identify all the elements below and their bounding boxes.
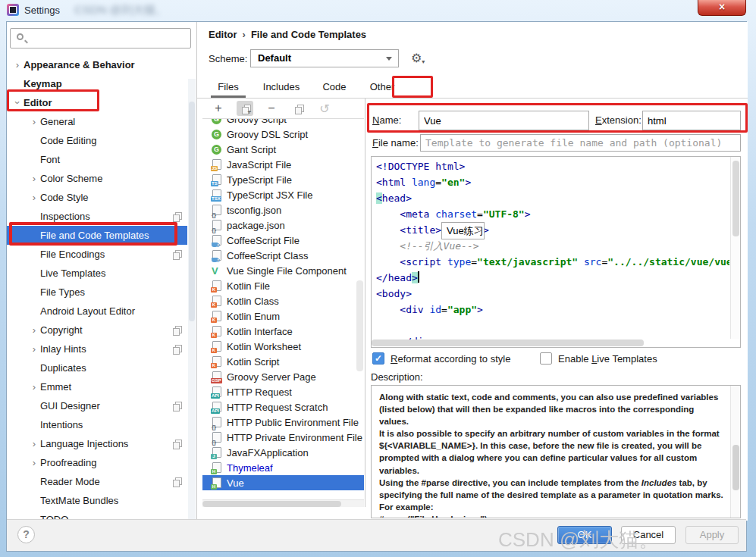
sidebar-item-code-editing[interactable]: Code Editing xyxy=(7,131,187,150)
sidebar-item-code-style[interactable]: ›Code Style xyxy=(7,188,187,207)
reformat-checkbox[interactable]: ✓ xyxy=(372,352,384,365)
scheme-dropdown[interactable]: Default xyxy=(250,49,399,67)
chevron-icon[interactable]: › xyxy=(28,377,40,396)
help-button[interactable]: ? xyxy=(17,526,35,543)
chevron-icon[interactable]: › xyxy=(28,188,40,207)
gear-icon[interactable]: ⚙▾ xyxy=(411,51,425,65)
template-item-groovy-dsl-script[interactable]: GGroovy DSL Script xyxy=(202,127,364,142)
sidebar-item-live-templates[interactable]: Live Templates xyxy=(7,264,187,283)
template-item-package-json[interactable]: {}package.json xyxy=(202,217,364,233)
template-item-coffeescript-file[interactable]: CoffeeScript File xyxy=(202,233,364,248)
tab-other[interactable]: Other xyxy=(359,77,405,98)
sidebar-item-font[interactable]: Font xyxy=(7,150,187,169)
duplicate-button[interactable] xyxy=(290,101,306,116)
duplicate-icon xyxy=(295,105,302,113)
template-item-http-private-environment-file[interactable]: {}HTTP Private Environment File xyxy=(202,430,364,445)
sidebar-item-duplicates[interactable]: Duplicates xyxy=(7,358,187,377)
template-item-kotlin-interface[interactable]: KKotlin Interface xyxy=(202,324,364,339)
chevron-icon[interactable]: › xyxy=(11,55,24,74)
chevron-icon[interactable]: › xyxy=(28,169,40,188)
sidebar-item-android-layout-editor[interactable]: Android Layout Editor xyxy=(7,302,187,321)
vue-file-icon: H xyxy=(212,477,222,489)
extension-input[interactable] xyxy=(642,111,741,130)
sidebar-item-file-encodings[interactable]: File Encodings xyxy=(7,245,187,264)
sidebar-item-editor[interactable]: ›Editor xyxy=(7,93,187,112)
revert-button[interactable]: ↺ xyxy=(316,101,333,116)
filename-input[interactable] xyxy=(420,134,741,152)
sidebar-item-reader-mode[interactable]: Reader Mode xyxy=(7,472,187,491)
sidebar-item-appearance-behavior[interactable]: ›Appearance & Behavior xyxy=(7,55,187,74)
close-button[interactable]: × xyxy=(698,0,746,16)
sidebar-item-file-and-code-templates[interactable]: File and Code Templates xyxy=(7,226,187,245)
cancel-button[interactable]: Cancel xyxy=(621,526,676,544)
chevron-icon[interactable]: › xyxy=(28,434,40,453)
template-item-groovy-server-page[interactable]: GSPGroovy Server Page xyxy=(202,369,364,384)
sidebar: ›Appearance & BehaviorKeymap›Editor›Gene… xyxy=(7,22,196,521)
template-item-javafxapplication[interactable]: JJavaFXApplication xyxy=(202,445,364,460)
sidebar-item-language-injections[interactable]: ›Language Injections xyxy=(7,434,187,453)
template-item-kotlin-script[interactable]: KKotlin Script xyxy=(202,354,364,369)
sidebar-scrollbar[interactable] xyxy=(188,79,196,521)
sidebar-item-label: Keymap xyxy=(24,78,62,89)
sidebar-item-inspections[interactable]: Inspections xyxy=(7,207,187,226)
footer-bar: ? OK Cancel Apply xyxy=(7,519,746,551)
sidebar-item-gui-designer[interactable]: GUI Designer xyxy=(7,396,187,415)
editor-vscrollbar[interactable] xyxy=(730,157,740,339)
chevron-icon[interactable]: › xyxy=(28,340,40,358)
editor-hscrollbar[interactable] xyxy=(372,339,730,347)
sidebar-item-inlay-hints[interactable]: ›Inlay Hints xyxy=(7,340,187,358)
chevron-icon[interactable]: › xyxy=(8,97,27,109)
sidebar-item-color-scheme[interactable]: ›Color Scheme xyxy=(7,169,187,188)
sidebar-item-label: Inlay Hints xyxy=(40,343,86,355)
sidebar-item-label: TextMate Bundles xyxy=(40,495,118,506)
sidebar-item-textmate-bundles[interactable]: TextMate Bundles xyxy=(7,491,187,510)
description-scrollbar[interactable] xyxy=(730,386,740,518)
sidebar-item-copyright[interactable]: ›Copyright xyxy=(7,321,187,340)
settings-search[interactable] xyxy=(10,28,191,49)
template-item-tsconfig-json[interactable]: {}tsconfig.json xyxy=(202,202,364,217)
template-item-http-request[interactable]: APIHTTP Request xyxy=(202,384,364,399)
template-item-vue[interactable]: HVue xyxy=(202,475,364,490)
template-item-kotlin-enum[interactable]: KKotlin Enum xyxy=(202,308,364,324)
template-list-vscrollbar[interactable] xyxy=(356,280,363,371)
tab-files[interactable]: Files xyxy=(206,77,250,98)
template-item-typescript-jsx-file[interactable]: TSXTypeScript JSX File xyxy=(202,187,364,202)
sidebar-item-general[interactable]: ›General xyxy=(7,112,187,131)
tab-code[interactable]: Code xyxy=(312,77,356,98)
template-item-thymeleaf[interactable]: HThymeleaf xyxy=(202,460,364,475)
template-item-kotlin-class[interactable]: KKotlin Class xyxy=(202,293,364,308)
chevron-icon[interactable]: › xyxy=(28,112,40,131)
ok-button[interactable]: OK xyxy=(557,526,612,544)
sidebar-item-proofreading[interactable]: ›Proofreading xyxy=(7,453,187,472)
template-item-coffeescript-class[interactable]: CoffeeScript Class xyxy=(202,248,364,263)
sidebar-item-emmet[interactable]: ›Emmet xyxy=(7,377,187,396)
kotlin-script-file-icon: K xyxy=(212,356,222,368)
live-templates-checkbox[interactable] xyxy=(540,352,552,365)
sidebar-item-label: Proofreading xyxy=(40,457,96,468)
remove-button[interactable]: − xyxy=(263,101,280,116)
sidebar-item-file-types[interactable]: File Types xyxy=(7,283,187,302)
sidebar-item-intentions[interactable]: Intentions xyxy=(7,415,187,434)
sidebar-item-keymap[interactable]: Keymap xyxy=(7,74,187,93)
template-item-kotlin-file[interactable]: KKotlin File xyxy=(202,278,364,293)
template-item-vue-single-file-component[interactable]: VVue Single File Component xyxy=(202,263,364,278)
add-button[interactable]: + xyxy=(210,101,227,116)
template-item-javascript-file[interactable]: JSJavaScript File xyxy=(202,157,364,172)
chevron-icon[interactable]: › xyxy=(28,321,40,340)
template-item-gant-script[interactable]: GGant Script xyxy=(202,142,364,157)
extension-label: Extension: xyxy=(595,114,642,126)
javascript-file-file-icon: JS xyxy=(212,159,222,171)
template-item-http-request-scratch[interactable]: APIHTTP Request Scratch xyxy=(202,399,364,415)
template-item-kotlin-worksheet[interactable]: KKotlin Worksheet xyxy=(202,339,364,354)
coffeescript-file-file-icon xyxy=(212,235,222,246)
template-code-editor[interactable]: <!DOCTYPE html><html lang="en"><head> <m… xyxy=(371,156,741,348)
tab-includes[interactable]: Includes xyxy=(253,77,309,98)
name-input[interactable] xyxy=(419,111,589,130)
chevron-icon[interactable]: › xyxy=(28,453,40,472)
copy-template-button[interactable]: + xyxy=(237,101,253,116)
template-list-hscrollbar[interactable] xyxy=(202,499,364,507)
template-item-typescript-file[interactable]: TSTypeScript File xyxy=(202,172,364,187)
template-item-groovy-script[interactable]: GGroovy Script xyxy=(202,119,364,127)
search-input[interactable] xyxy=(29,30,187,46)
template-item-http-public-environment-file[interactable]: {}HTTP Public Environment File xyxy=(202,415,364,430)
